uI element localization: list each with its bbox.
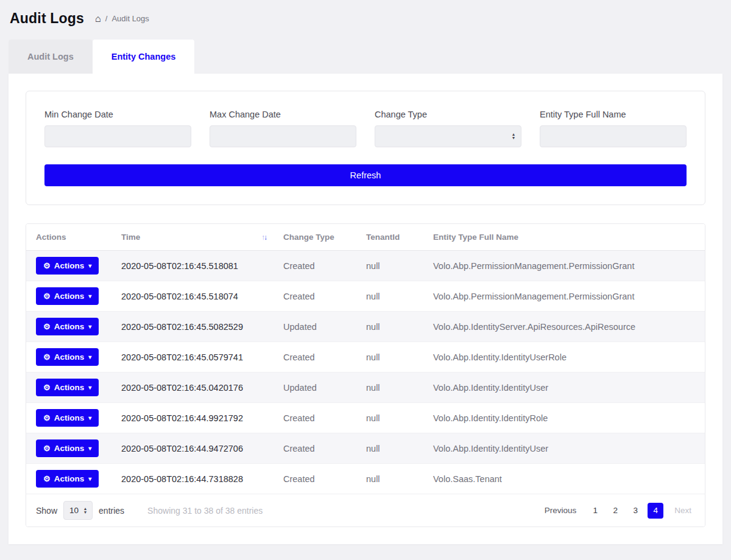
row-actions-button[interactable]: ⚙ Actions ▾ [36,379,99,396]
cell-tenantid: null [361,261,428,271]
row-actions-button[interactable]: ⚙ Actions ▾ [36,348,99,366]
cell-time: 2020-05-08T02:16:45.0420176 [116,383,278,393]
cell-actions: ⚙ Actions ▾ [26,379,116,396]
cell-tenantid: null [361,444,428,453]
caret-down-icon: ▾ [88,385,91,391]
cell-entity-type-full-name: Volo.Abp.PermissionManagement.Permission… [428,292,705,301]
cell-actions: ⚙ Actions ▾ [26,409,116,427]
row-actions-label: Actions [54,444,85,453]
gear-icon: ⚙ [43,383,51,391]
row-actions-label: Actions [54,322,85,331]
row-actions-button[interactable]: ⚙ Actions ▾ [36,439,99,457]
cell-tenantid: null [361,292,428,301]
cell-time: 2020-05-08T02:16:44.9472706 [116,444,278,453]
table-row: ⚙ Actions ▾ 2020-05-08T02:16:45.0579741 … [26,342,705,373]
row-actions-button[interactable]: ⚙ Actions ▾ [36,409,99,427]
col-header-time-label: Time [121,233,140,242]
entity-type-full-name-input[interactable] [540,125,687,147]
cell-actions: ⚙ Actions ▾ [26,318,116,335]
row-actions-label: Actions [54,261,85,270]
table-row: ⚙ Actions ▾ 2020-05-08T02:16:45.518074 C… [26,281,705,312]
page-header: Audit Logs ⌂ / Audit Logs [0,0,731,35]
min-change-date-label: Min Change Date [44,110,191,119]
cell-actions: ⚙ Actions ▾ [26,287,116,305]
row-actions-label: Actions [54,383,85,392]
tab-entity-changes[interactable]: Entity Changes [93,40,195,74]
breadcrumb-current: Audit Logs [111,14,149,23]
cell-tenantid: null [361,413,428,423]
pagination-page-4[interactable]: 4 [648,503,663,519]
gear-icon: ⚙ [43,353,51,361]
cell-time: 2020-05-08T02:16:44.7318828 [116,474,278,484]
entity-changes-table: Actions Time ↑↓ Change Type TenantId Ent… [26,223,705,527]
tab-bar: Audit Logs Entity Changes [0,40,731,74]
table-row: ⚙ Actions ▾ 2020-05-08T02:16:44.9921792 … [26,403,705,433]
cell-tenantid: null [361,322,428,332]
table-footer-left: Show 10 ▴ ▾ entries Showing 31 to 38 of … [36,501,263,520]
pagination-page-2[interactable]: 2 [607,503,623,519]
cell-entity-type-full-name: Volo.Abp.Identity.IdentityUser [428,383,705,393]
max-change-date-input[interactable] [210,125,356,147]
cell-change-type: Created [278,474,361,484]
row-actions-button[interactable]: ⚙ Actions ▾ [36,470,99,488]
row-actions-button[interactable]: ⚙ Actions ▾ [36,257,99,275]
cell-entity-type-full-name: Volo.Abp.PermissionManagement.Permission… [428,261,705,271]
gear-icon: ⚙ [43,475,51,483]
caret-down-icon: ▾ [88,476,91,482]
cell-change-type: Created [278,292,361,301]
cell-actions: ⚙ Actions ▾ [26,257,116,275]
field-min-change-date: Min Change Date [44,110,191,147]
pagination-page-1[interactable]: 1 [587,503,603,519]
tab-audit-logs[interactable]: Audit Logs [9,40,93,74]
gear-icon: ⚙ [43,262,51,270]
table-row: ⚙ Actions ▾ 2020-05-08T02:16:45.5082529 … [26,312,705,342]
table-header-row: Actions Time ↑↓ Change Type TenantId Ent… [26,224,705,251]
cell-entity-type-full-name: Volo.Abp.IdentityServer.ApiResources.Api… [428,322,705,332]
pagination-previous[interactable]: Previous [541,505,581,516]
filter-grid: Min Change Date Max Change Date Change T… [44,110,687,147]
col-header-actions: Actions [26,233,116,242]
row-actions-label: Actions [54,292,85,301]
cell-time: 2020-05-08T02:16:45.518074 [116,292,278,301]
max-change-date-label: Max Change Date [210,110,356,119]
page-title: Audit Logs [10,10,84,27]
caret-down-icon: ▾ [88,415,91,421]
cell-change-type: Created [278,261,361,271]
cell-time: 2020-05-08T02:16:45.5082529 [116,322,278,332]
cell-tenantid: null [361,352,428,362]
pagination-next[interactable]: Next [671,505,695,516]
gear-icon: ⚙ [43,414,51,422]
refresh-button[interactable]: Refresh [44,164,687,186]
sort-icon[interactable]: ↑↓ [261,233,266,242]
row-actions-button[interactable]: ⚙ Actions ▾ [36,287,99,305]
min-change-date-input[interactable] [44,125,191,147]
change-type-label: Change Type [375,110,521,119]
home-icon[interactable]: ⌂ [95,14,101,24]
cell-actions: ⚙ Actions ▾ [26,348,116,366]
select-arrows-icon: ▴ ▾ [512,133,515,140]
entity-type-full-name-label: Entity Type Full Name [540,110,687,119]
page-size-value: 10 [69,506,79,515]
cell-entity-type-full-name: Volo.Abp.Identity.IdentityUserRole [428,352,705,362]
gear-icon: ⚙ [43,444,51,452]
cell-change-type: Updated [278,322,361,332]
select-arrow-down-icon: ▾ [84,511,87,514]
gear-icon: ⚙ [43,292,51,300]
row-actions-button[interactable]: ⚙ Actions ▾ [36,318,99,335]
select-arrow-down-icon: ▾ [512,136,515,140]
col-header-time[interactable]: Time ↑↓ [116,233,278,242]
cell-entity-type-full-name: Volo.Abp.Identity.IdentityUser [428,444,705,453]
cell-tenantid: null [361,383,428,393]
page-size-select[interactable]: 10 ▴ ▾ [63,501,93,520]
cell-change-type: Created [278,352,361,362]
row-actions-label: Actions [54,352,85,362]
field-change-type: Change Type ▴ ▾ [375,110,521,147]
table-row: ⚙ Actions ▾ 2020-05-08T02:16:44.7318828 … [26,464,705,494]
cell-entity-type-full-name: Volo.Saas.Tenant [428,474,705,484]
gear-icon: ⚙ [43,323,51,331]
pagination-page-3[interactable]: 3 [627,503,643,519]
cell-time: 2020-05-08T02:16:45.0579741 [116,352,278,362]
breadcrumb: ⌂ / Audit Logs [95,14,149,24]
change-type-select[interactable]: ▴ ▾ [375,125,521,147]
entries-label: entries [99,506,124,516]
